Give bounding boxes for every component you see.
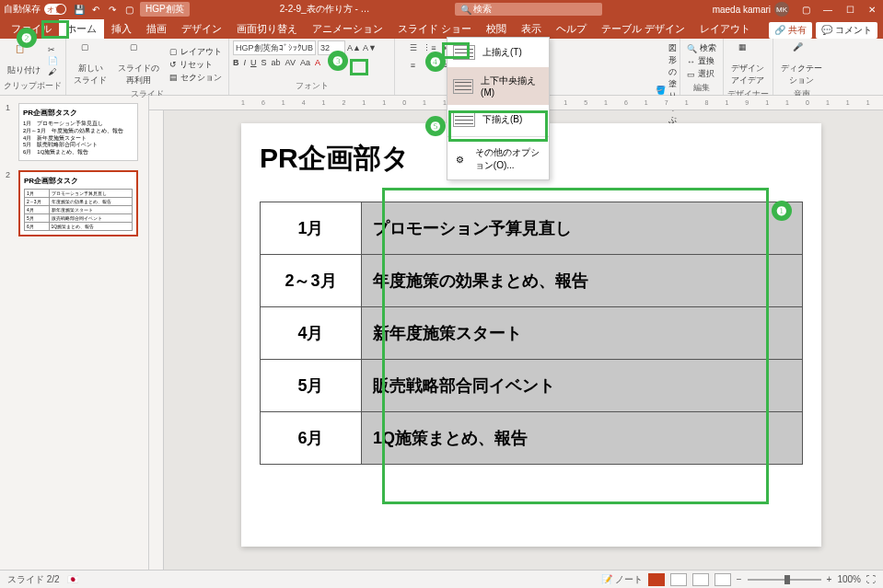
- thumbnail-1[interactable]: 1 PR企画部タスク 1月 プロモーション予算見直し 2月～3月 年度施策の効果…: [6, 103, 143, 161]
- group-label: 編集: [684, 82, 719, 95]
- sorter-view-icon[interactable]: [670, 573, 687, 586]
- font-family-select[interactable]: HGP創英角ｺﾞｼｯｸUB: [233, 40, 316, 55]
- italic-button[interactable]: I: [244, 58, 247, 67]
- new-slide-icon: ▢: [81, 42, 99, 61]
- redo-icon[interactable]: ↷: [107, 4, 118, 15]
- minimize-icon[interactable]: —: [820, 5, 835, 15]
- autosave-toggle[interactable]: 自動保存 オフ: [4, 3, 66, 16]
- dictate-button[interactable]: 🎤ディクテー ション: [777, 40, 826, 88]
- align-middle-icon: [453, 79, 473, 94]
- reset-button[interactable]: ↺リセット: [169, 59, 222, 71]
- align-middle-item[interactable]: 上下中央揃え(M): [447, 67, 549, 105]
- badge-2: ❷: [17, 28, 37, 48]
- tab-layout[interactable]: レイアウト: [692, 19, 758, 39]
- reuse-slide-button[interactable]: ▢ スライドの 再利用: [114, 40, 163, 88]
- shadow-button[interactable]: ab: [272, 58, 281, 67]
- group-font: HGP創英角ｺﾞｼｯｸUB 32 A▲ A▼ B I U S ab AV Aa …: [229, 39, 395, 95]
- slide-thumbnails-panel: 1 PR企画部タスク 1月 プロモーション予算見直し 2月～3月 年度施策の効果…: [0, 96, 149, 570]
- group-designer: ▦デザイン アイデア デザイナー: [724, 39, 773, 95]
- tab-view[interactable]: 表示: [514, 19, 549, 39]
- bold-button[interactable]: B: [233, 58, 239, 67]
- select-button[interactable]: ▭選択: [687, 68, 716, 80]
- callout-1: [382, 188, 769, 504]
- font-color-button[interactable]: A: [315, 58, 320, 67]
- normal-view-icon[interactable]: [648, 573, 665, 586]
- slideshow-icon[interactable]: ▢: [123, 4, 134, 15]
- reading-view-icon[interactable]: [692, 573, 709, 586]
- badge-5: ❺: [425, 116, 446, 136]
- thumb-table: 1月プロモーション予算見直し 2～3月年度施策の効果まとめ、報告 4月新年度施策…: [24, 189, 133, 231]
- callout-5: [448, 110, 548, 142]
- toggle-switch[interactable]: オフ: [44, 4, 66, 15]
- copy-icon[interactable]: 📄: [48, 56, 58, 65]
- reuse-icon: ▢: [130, 42, 148, 61]
- replace-button[interactable]: ↔置換: [687, 55, 716, 67]
- badge-1: ❶: [772, 201, 792, 221]
- search-input[interactable]: 🔍 検索: [455, 3, 602, 16]
- notes-button[interactable]: 📝 ノート: [601, 573, 643, 586]
- close-icon[interactable]: ✕: [865, 5, 879, 15]
- callout-3: [350, 59, 368, 75]
- zoom-in-icon[interactable]: +: [827, 574, 832, 584]
- find-button[interactable]: 🔍検索: [687, 42, 716, 54]
- align-other-item[interactable]: ⚙ その他のオプション(O)...: [447, 139, 549, 179]
- layout-button[interactable]: ▢レイアウト: [169, 46, 222, 58]
- lang-icon[interactable]: 🇯🇵: [67, 574, 78, 584]
- user-account[interactable]: maeda kamari MK: [713, 2, 789, 17]
- reset-icon: ↺: [169, 60, 177, 69]
- find-icon: 🔍: [687, 44, 697, 53]
- thumbnail-2[interactable]: 2 PR企画部タスク 1月プロモーション予算見直し 2～3月年度施策の効果まとめ…: [6, 170, 143, 236]
- cut-icon[interactable]: ✂: [48, 45, 58, 54]
- case-button[interactable]: Aa: [300, 58, 310, 67]
- underline-button[interactable]: U: [250, 58, 257, 67]
- tab-design[interactable]: デザイン: [174, 19, 229, 39]
- strike-button[interactable]: S: [261, 58, 267, 67]
- tab-animations[interactable]: アニメーション: [305, 19, 390, 39]
- share-button[interactable]: 🔗 共有: [769, 22, 812, 39]
- spacing-button[interactable]: AV: [285, 58, 296, 67]
- save-icon[interactable]: 💾: [74, 4, 85, 15]
- callout-4: [442, 42, 470, 59]
- format-painter-icon[interactable]: 🖌: [48, 67, 58, 76]
- tab-table-design[interactable]: テーブル デザイン: [594, 19, 692, 39]
- design-ideas-button[interactable]: ▦デザイン アイデア: [727, 40, 768, 88]
- zoom-level[interactable]: 100%: [837, 574, 861, 584]
- tab-slideshow[interactable]: スライド ショー: [390, 19, 479, 39]
- undo-icon[interactable]: ↶: [90, 4, 101, 15]
- file-tag[interactable]: HGP創英: [140, 2, 190, 17]
- zoom-slider[interactable]: [748, 579, 821, 581]
- group-voice: 🎤ディクテー ション 音声: [773, 39, 830, 95]
- search-placeholder: 検索: [473, 3, 492, 16]
- maximize-icon[interactable]: ☐: [842, 5, 857, 15]
- decrease-font-icon[interactable]: A▼: [363, 43, 377, 52]
- tab-review[interactable]: 校閲: [479, 19, 514, 39]
- design-icon: ▦: [738, 42, 757, 61]
- window-controls: ▢ — ☐ ✕: [798, 5, 879, 15]
- section-icon: ▤: [169, 73, 178, 82]
- new-slide-button[interactable]: ▢ 新しい スライド: [70, 40, 110, 88]
- status-bar: スライド 2/2 🇯🇵 📝 ノート − + 100% ⛶: [0, 570, 883, 588]
- align-left-icon[interactable]: ≡: [406, 58, 421, 73]
- select-icon: ▭: [687, 70, 695, 79]
- fit-icon[interactable]: ⛶: [866, 574, 876, 584]
- increase-font-icon[interactable]: A▲: [347, 43, 361, 52]
- options-icon: ⚙: [453, 155, 468, 165]
- tab-draw[interactable]: 描画: [139, 19, 174, 39]
- paste-button[interactable]: 📋 貼り付け: [4, 42, 44, 78]
- group-label: クリップボード: [4, 80, 62, 93]
- zoom-out-icon[interactable]: −: [737, 574, 742, 584]
- tab-transitions[interactable]: 画面切り替え: [229, 19, 305, 39]
- comment-button[interactable]: 💬 コメント: [816, 22, 877, 39]
- tab-insert[interactable]: 挿入: [104, 19, 139, 39]
- layout-icon: ▢: [169, 47, 178, 56]
- avatar: MK: [774, 2, 789, 17]
- replace-icon: ↔: [687, 57, 695, 66]
- thumb-content: 1月 プロモーション予算見直し 2月～3月 年度施策の効果まとめ、報告 4月 新…: [23, 121, 134, 156]
- slideshow-view-icon[interactable]: [715, 573, 731, 586]
- tab-help[interactable]: ヘルプ: [549, 19, 594, 39]
- fill-icon: 🪣: [656, 86, 666, 95]
- bullets-icon[interactable]: ☰: [406, 40, 421, 55]
- slide-counter[interactable]: スライド 2/2: [7, 573, 60, 586]
- ribbon-options-icon[interactable]: ▢: [798, 5, 813, 15]
- section-button[interactable]: ▤セクション: [169, 72, 222, 84]
